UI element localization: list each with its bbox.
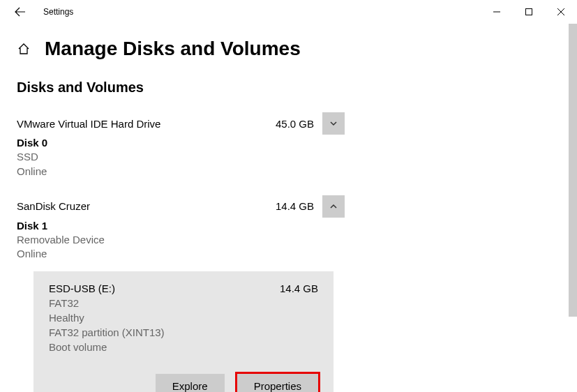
volume-actions: Explore Properties xyxy=(49,374,318,393)
volume-fs: FAT32 xyxy=(49,296,318,310)
maximize-icon xyxy=(525,8,532,15)
scroll-thumb[interactable] xyxy=(569,24,577,317)
disk-name: SanDisk Cruzer xyxy=(17,200,258,212)
scrollbar[interactable] xyxy=(569,24,577,392)
maximize-button[interactable] xyxy=(513,1,545,23)
volume-role: Boot volume xyxy=(49,340,318,354)
volume-meta: FAT32 Healthy FAT32 partition (XINT13) B… xyxy=(49,296,318,354)
volume-name: ESD-USB (E:) xyxy=(49,282,280,294)
main-content: Disks and Volumes VMware Virtual IDE Har… xyxy=(0,80,577,392)
back-arrow-icon xyxy=(15,6,26,17)
disk-row[interactable]: VMware Virtual IDE Hard Drive 45.0 GB xyxy=(17,112,345,135)
volume-panel: ESD-USB (E:) 14.4 GB FAT32 Healthy FAT32… xyxy=(33,271,334,393)
disk-id: Disk 0 xyxy=(17,136,560,150)
disk-size: 45.0 GB xyxy=(258,118,314,130)
window-buttons xyxy=(481,1,577,23)
home-button[interactable] xyxy=(17,42,31,56)
disk-type: SSD xyxy=(17,150,560,164)
volume-size: 14.4 GB xyxy=(280,282,318,294)
page-header: Manage Disks and Volumes xyxy=(0,24,577,80)
properties-button[interactable]: Properties xyxy=(237,374,318,393)
disk-name: VMware Virtual IDE Hard Drive xyxy=(17,118,258,130)
disk-status: Online xyxy=(17,247,560,261)
volume-health: Healthy xyxy=(49,310,318,325)
disk-entry: SanDisk Cruzer 14.4 GB Disk 1 Removable … xyxy=(17,195,560,392)
disk-id: Disk 1 xyxy=(17,219,560,233)
scroll-track xyxy=(569,24,577,392)
volume-row: ESD-USB (E:) 14.4 GB xyxy=(49,282,318,294)
back-button[interactable] xyxy=(13,4,28,20)
home-icon xyxy=(17,42,31,56)
page-title: Manage Disks and Volumes xyxy=(45,38,301,60)
chevron-up-icon xyxy=(329,202,338,211)
disk-meta: Disk 0 SSD Online xyxy=(17,136,560,179)
section-title: Disks and Volumes xyxy=(17,80,560,96)
expand-button[interactable] xyxy=(322,112,345,135)
collapse-button[interactable] xyxy=(322,195,345,218)
disk-meta: Disk 1 Removable Device Online xyxy=(17,219,560,262)
explore-button[interactable]: Explore xyxy=(156,374,225,393)
disk-row[interactable]: SanDisk Cruzer 14.4 GB xyxy=(17,195,345,218)
svg-rect-0 xyxy=(526,9,532,15)
disk-type: Removable Device xyxy=(17,233,560,247)
disk-status: Online xyxy=(17,165,560,179)
disk-size: 14.4 GB xyxy=(258,200,314,212)
volume-partition: FAT32 partition (XINT13) xyxy=(49,325,318,340)
disk-entry: VMware Virtual IDE Hard Drive 45.0 GB Di… xyxy=(17,112,560,179)
close-button[interactable] xyxy=(545,1,577,23)
chevron-down-icon xyxy=(329,119,338,128)
window-title: Settings xyxy=(43,7,73,17)
close-icon xyxy=(557,8,564,15)
minimize-icon xyxy=(493,8,500,15)
minimize-button[interactable] xyxy=(481,1,513,23)
title-bar: Settings xyxy=(0,0,577,24)
